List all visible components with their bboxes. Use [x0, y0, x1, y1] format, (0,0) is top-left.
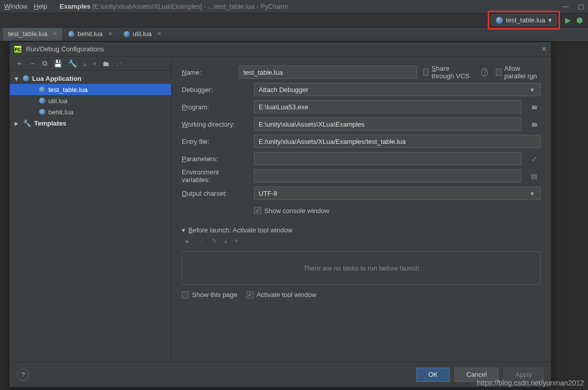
env-input[interactable] [254, 169, 521, 183]
menu-help[interactable]: Help [34, 3, 47, 10]
wrench-icon[interactable]: 🔧 [68, 59, 77, 68]
close-icon[interactable]: ✕ [157, 31, 161, 37]
run-config-label: test_table.lua [506, 16, 545, 24]
row-env: Environment variables: ▤ [182, 167, 541, 185]
copy-icon[interactable]: ⧉ [42, 59, 47, 68]
charset-select[interactable]: UTF-8 ▾ [254, 187, 541, 200]
help-icon[interactable]: ? [481, 68, 487, 76]
row-name: Name: Share through VCS ? Allow parallel… [182, 64, 541, 81]
tab-test-table[interactable]: test_table.lua ✕ [3, 28, 62, 41]
config-tree: ▾ Lua Application test_table.lua util.lu… [10, 71, 171, 131]
project-name: Examples [60, 3, 91, 10]
sort-icon[interactable]: ↓↑ [116, 59, 123, 68]
share-vcs-checkbox[interactable]: Share through VCS [423, 65, 473, 80]
ok-button[interactable]: OK [416, 368, 450, 382]
project-path: [E:\unity\xlua\Assets\XLua\Examples] - .… [92, 3, 288, 10]
close-icon[interactable]: ✕ [52, 31, 57, 37]
save-icon[interactable]: 💾 [53, 59, 62, 68]
remove-icon[interactable]: － [198, 237, 204, 246]
tree-templates[interactable]: ▸ 🔧 Templates [10, 117, 171, 129]
debugger-select[interactable]: Attach Debugger ▾ [254, 83, 541, 96]
lua-icon [39, 98, 45, 104]
editor-tabs: test_table.lua ✕ behit.lua ✕ util.lua ✕ [0, 27, 588, 42]
up-icon[interactable]: ▴ [224, 237, 228, 246]
top-options: Share through VCS ? Allow parallel run [423, 65, 541, 80]
row-program: Program: 🖿 [182, 98, 541, 115]
row-debugger: Debugger: Attach Debugger ▾ [182, 81, 541, 98]
close-icon[interactable]: ✕ [541, 45, 547, 53]
tree-item-test-table[interactable]: test_table.lua [10, 84, 171, 95]
down-icon[interactable]: ▾ [93, 59, 96, 68]
show-console-label: Show console window [264, 207, 329, 215]
tab-util[interactable]: util.lua ✕ [119, 28, 167, 41]
chevron-down-icon: ▾ [530, 86, 536, 94]
allow-parallel-checkbox[interactable]: Allow parallel run [496, 65, 541, 80]
wd-input[interactable] [254, 117, 521, 131]
edit-icon[interactable]: ✎ [211, 237, 217, 246]
show-page-checkbox[interactable]: Show this page [182, 291, 237, 298]
expand-icon: ▸ [15, 119, 20, 127]
browse-icon[interactable]: 🖿 [527, 121, 541, 128]
activate-tool-label: Activate tool window [257, 291, 317, 298]
row-params: Parameters: ⤢ [182, 150, 541, 167]
remove-icon[interactable]: － [29, 59, 36, 68]
entry-input[interactable] [254, 135, 541, 148]
dialog-body: ＋ － ⧉ 💾 🔧 ▴ ▾ 🖿 ↓↑ ▾ Lua Application [10, 56, 551, 362]
up-icon[interactable]: ▴ [83, 59, 87, 68]
add-icon[interactable]: ＋ [16, 59, 23, 68]
cancel-button[interactable]: Cancel [455, 368, 498, 382]
params-input[interactable] [254, 152, 521, 165]
dialog-title-text: Run/Debug Configurations [26, 45, 104, 53]
name-input[interactable] [239, 66, 417, 79]
run-config-highlight: test_table.lua ▾ [488, 11, 560, 29]
run-config-selector[interactable]: test_table.lua ▾ [491, 14, 556, 26]
tree-item-label: behit.lua [48, 108, 73, 116]
tab-label: test_table.lua [8, 30, 47, 38]
charset-label: Output charset: [182, 190, 248, 197]
activate-tool-checkbox[interactable]: Activate tool window [246, 291, 317, 298]
tab-label: util.lua [133, 30, 152, 38]
program-input[interactable] [254, 100, 521, 113]
program-label: Program: [182, 103, 248, 111]
expand-icon[interactable]: ⤢ [527, 155, 541, 163]
lua-icon [39, 109, 45, 115]
show-page-label: Show this page [192, 291, 237, 298]
tree-group-lua[interactable]: ▾ Lua Application [10, 73, 171, 84]
add-icon[interactable]: ＋ [184, 237, 190, 246]
tree-item-util[interactable]: util.lua [10, 95, 171, 106]
menu-window[interactable]: Window [4, 3, 27, 10]
tree-item-behit[interactable]: behit.lua [10, 106, 171, 117]
dialog-titlebar: PC Run/Debug Configurations ✕ [10, 42, 551, 56]
wrench-icon: 🔧 [23, 119, 31, 127]
wd-label: Working directory: [182, 121, 248, 128]
lua-icon [124, 31, 130, 37]
row-show-console: Show console window [182, 202, 541, 219]
help-button[interactable]: ? [17, 369, 29, 381]
list-icon[interactable]: ▤ [527, 172, 541, 180]
main-toolbar: test_table.lua ▾ ▶ ⬢ [0, 13, 588, 27]
apply-button[interactable]: Apply [503, 368, 544, 382]
config-tree-panel: ＋ － ⧉ 💾 🔧 ▴ ▾ 🖿 ↓↑ ▾ Lua Application [10, 56, 172, 362]
run-debug-dialog: PC Run/Debug Configurations ✕ ＋ － ⧉ 💾 🔧 … [9, 42, 551, 387]
close-icon[interactable]: ✕ [108, 31, 113, 37]
tree-templates-label: Templates [34, 119, 66, 127]
debug-icon[interactable]: ⬢ [576, 16, 583, 25]
lua-icon [39, 86, 45, 93]
folder-icon[interactable]: 🖿 [102, 59, 109, 68]
dialog-footer: ? OK Cancel Apply [10, 362, 551, 387]
lua-icon [496, 17, 503, 24]
down-icon[interactable]: ▾ [235, 237, 238, 246]
lua-icon [23, 75, 29, 81]
maximize-icon[interactable]: ▢ [578, 3, 584, 10]
before-launch-header[interactable]: ▾ Before launch: Activate tool window [182, 226, 541, 234]
browse-icon[interactable]: 🖿 [527, 103, 541, 111]
show-console-checkbox[interactable]: Show console window [254, 207, 329, 215]
minimize-icon[interactable]: — [562, 3, 569, 10]
before-launch-list: There are no tasks to run before launch [182, 251, 541, 285]
run-icon[interactable]: ▶ [565, 16, 571, 25]
window-controls: — ▢ [562, 3, 584, 10]
before-launch-label: Before launch: Activate tool window [188, 226, 293, 234]
tree-group-label: Lua Application [32, 75, 81, 82]
chevron-down-icon: ▾ [530, 190, 536, 197]
tab-behit[interactable]: behit.lua ✕ [63, 28, 117, 41]
